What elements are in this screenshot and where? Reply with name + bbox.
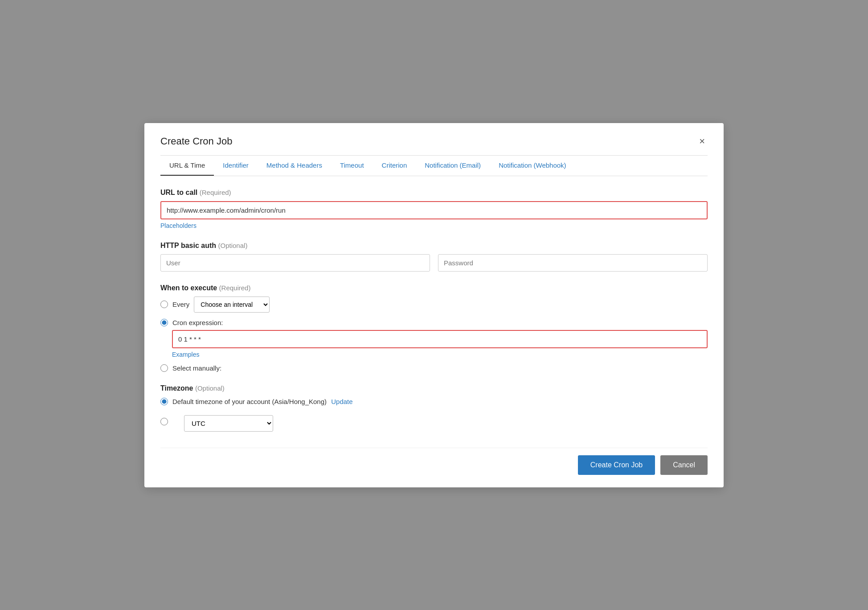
every-label: Every	[172, 301, 189, 308]
tz-select-wrapper: UTC	[184, 415, 273, 432]
tab-notification-email[interactable]: Notification (Email)	[416, 156, 490, 176]
cron-radio-row: Cron expression:	[160, 319, 708, 326]
cancel-button[interactable]: Cancel	[660, 455, 708, 475]
url-input[interactable]	[160, 201, 708, 219]
tab-url-time[interactable]: URL & Time	[160, 156, 214, 176]
examples-link[interactable]: Examples	[172, 351, 199, 358]
interval-select[interactable]: Choose an interval	[194, 297, 270, 313]
default-tz-row: Default timezone of your account (Asia/H…	[160, 398, 708, 405]
auth-section: HTTP basic auth (Optional)	[160, 242, 708, 272]
timezone-label: Timezone (Optional)	[160, 384, 708, 392]
auth-row	[160, 254, 708, 272]
tab-method-headers[interactable]: Method & Headers	[258, 156, 331, 176]
utc-tz-row: UTC	[160, 412, 708, 432]
manual-row: Select manually:	[160, 364, 708, 372]
user-input[interactable]	[160, 254, 430, 272]
cron-input-wrapper: Examples	[172, 330, 708, 358]
modal-header: Create Cron Job ×	[160, 136, 708, 147]
create-cron-job-button[interactable]: Create Cron Job	[578, 455, 655, 475]
every-radio[interactable]	[160, 301, 168, 308]
execute-required-text: (Required)	[219, 284, 251, 292]
timezone-section: Timezone (Optional) Default timezone of …	[160, 384, 708, 432]
execute-label: When to execute (Required)	[160, 284, 708, 292]
timezone-radio-group: Default timezone of your account (Asia/H…	[160, 398, 708, 432]
auth-label: HTTP basic auth (Optional)	[160, 242, 708, 250]
default-tz-radio[interactable]	[160, 398, 168, 405]
modal-footer: Create Cron Job Cancel	[160, 448, 708, 475]
url-label: URL to call (Required)	[160, 189, 708, 197]
placeholders-link[interactable]: Placeholders	[160, 222, 197, 229]
tab-criterion[interactable]: Criterion	[373, 156, 416, 176]
cron-label: Cron expression:	[172, 319, 223, 326]
utc-tz-radio[interactable]	[160, 418, 168, 425]
url-section: URL to call (Required) Placeholders	[160, 189, 708, 229]
every-row: Every Choose an interval	[160, 297, 708, 313]
auth-optional-text: (Optional)	[218, 242, 248, 249]
manual-radio[interactable]	[160, 364, 168, 372]
timezone-update-link[interactable]: Update	[331, 398, 352, 405]
tab-identifier[interactable]: Identifier	[214, 156, 258, 176]
modal-overlay: Create Cron Job × URL & Time Identifier …	[0, 0, 868, 610]
modal: Create Cron Job × URL & Time Identifier …	[144, 123, 724, 487]
password-input[interactable]	[438, 254, 708, 272]
cron-radio[interactable]	[160, 319, 168, 326]
manual-label: Select manually:	[172, 364, 221, 372]
execute-section: When to execute (Required) Every Choose …	[160, 284, 708, 372]
default-tz-label: Default timezone of your account (Asia/H…	[172, 398, 353, 405]
execute-radio-group: Every Choose an interval Cron expression…	[160, 297, 708, 372]
timezone-select[interactable]: UTC	[184, 415, 273, 432]
url-required-text: (Required)	[200, 189, 231, 196]
tab-notification-webhook[interactable]: Notification (Webhook)	[490, 156, 575, 176]
timezone-optional-text: (Optional)	[195, 384, 225, 392]
cron-expression-input[interactable]	[172, 330, 708, 348]
modal-title: Create Cron Job	[160, 136, 232, 147]
tab-timeout[interactable]: Timeout	[331, 156, 373, 176]
cron-row: Cron expression: Examples	[160, 319, 708, 358]
close-button[interactable]: ×	[696, 136, 708, 147]
tabs-container: URL & Time Identifier Method & Headers T…	[160, 156, 708, 176]
